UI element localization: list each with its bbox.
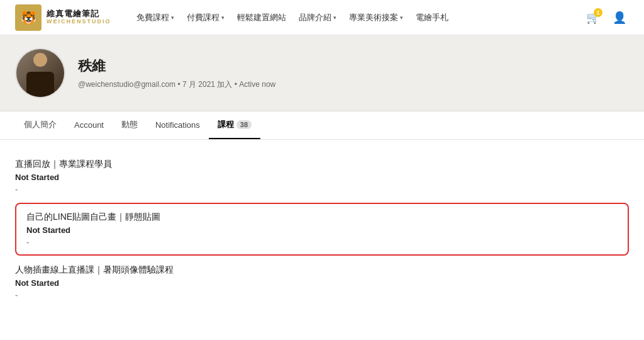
nav-item-brand[interactable]: 品牌介紹 ▾: [294, 9, 341, 26]
course-item: 直播回放｜專業課程學員 Not Started -: [15, 152, 629, 200]
header-actions: 🛒 1 👤: [584, 8, 629, 27]
nav-item-website[interactable]: 輕鬆建置網站: [232, 9, 291, 26]
course-list: 直播回放｜專業課程學員 Not Started - 自己的LINE貼圖自己畫｜靜…: [15, 152, 629, 306]
tab-profile[interactable]: 個人簡介: [15, 111, 65, 139]
tab-notifications[interactable]: Notifications: [147, 113, 209, 139]
course-title: 人物插畫線上直播課｜暑期頭像體驗課程: [15, 264, 629, 276]
profile-meta: @weichenstudio@gmail.com • 7 月 2021 加入 •…: [78, 79, 275, 90]
logo-cn-text: 維真電繪筆記: [47, 9, 111, 18]
profile-joined: 7 月 2021 加入: [182, 80, 232, 89]
course-item-highlighted: 自己的LINE貼圖自己畫｜靜態貼圖 Not Started -: [15, 203, 629, 256]
profile-info: 秩維 @weichenstudio@gmail.com • 7 月 2021 加…: [78, 57, 275, 90]
site-header: 🐯 維真電繪筆記 WEICHENSTUDIO 免費課程 ▾ 付費課程 ▾ 輕鬆建…: [0, 0, 644, 35]
nav-item-art[interactable]: 專業美術接案 ▾: [344, 9, 408, 26]
cart-button[interactable]: 🛒 1: [584, 8, 602, 27]
profile-name: 秩維: [78, 57, 275, 76]
tab-activity[interactable]: 動態: [113, 111, 147, 139]
course-status: Not Started: [15, 278, 629, 288]
main-content: 直播回放｜專業課程學員 Not Started - 自己的LINE貼圖自己畫｜靜…: [0, 140, 644, 319]
course-dash: -: [15, 290, 629, 300]
course-title: 直播回放｜專業課程學員: [15, 159, 629, 170]
profile-status: Active now: [239, 80, 275, 89]
course-status: Not Started: [15, 173, 629, 182]
logo-en-text: WEICHENSTUDIO: [47, 19, 111, 25]
profile-email: @weichenstudio@gmail.com: [78, 80, 175, 89]
user-avatar-button[interactable]: 👤: [610, 8, 629, 27]
course-status: Not Started: [26, 225, 618, 235]
tab-account[interactable]: Account: [65, 113, 113, 139]
chevron-down-icon: ▾: [400, 14, 403, 21]
cart-badge: 1: [594, 8, 602, 17]
logo-icon: 🐯: [15, 4, 42, 31]
profile-banner: 秩維 @weichenstudio@gmail.com • 7 月 2021 加…: [0, 35, 644, 111]
chevron-down-icon: ▾: [171, 14, 174, 21]
tabs-bar: 個人簡介 Account 動態 Notifications 課程 38: [0, 111, 644, 140]
course-title: 自己的LINE貼圖自己畫｜靜態貼圖: [26, 212, 618, 223]
nav-menu: 免費課程 ▾ 付費課程 ▾ 輕鬆建置網站 品牌介紹 ▾ 專業美術接案 ▾ 電繪手…: [131, 9, 564, 26]
nav-item-free-course[interactable]: 免費課程 ▾: [131, 9, 179, 26]
tab-courses[interactable]: 課程 38: [209, 111, 260, 139]
chevron-down-icon: ▾: [221, 14, 225, 21]
logo[interactable]: 🐯 維真電繪筆記 WEICHENSTUDIO: [15, 4, 111, 31]
tab-courses-badge: 38: [236, 120, 252, 129]
course-item: 人物插畫線上直播課｜暑期頭像體驗課程 Not Started -: [15, 258, 629, 306]
course-dash: -: [26, 237, 618, 247]
course-dash: -: [15, 184, 629, 194]
nav-item-diary[interactable]: 電繪手札: [411, 9, 453, 26]
chevron-down-icon: ▾: [333, 14, 336, 21]
nav-item-paid-course[interactable]: 付費課程 ▾: [182, 9, 230, 26]
avatar: [15, 48, 65, 98]
